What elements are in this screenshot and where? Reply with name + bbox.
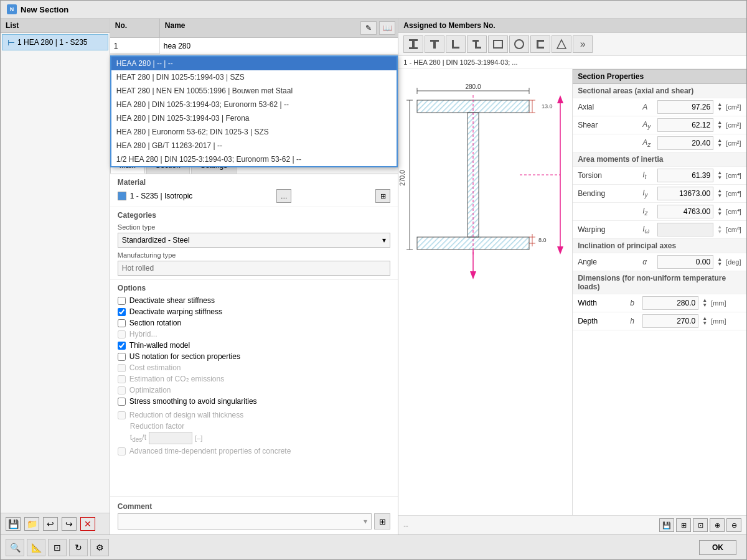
no-input[interactable] <box>110 38 159 54</box>
stress-smooth-checkbox[interactable] <box>118 398 126 406</box>
axial-value[interactable] <box>657 100 713 114</box>
prop-axial: Axial A ▲ ▼ [cm²] <box>573 98 746 116</box>
properties-panel: Section Properties Sectional areas (axia… <box>573 69 746 515</box>
torsion-down[interactable]: ▼ <box>717 175 722 180</box>
rf-save-button[interactable]: 💾 <box>659 518 674 532</box>
shear-y-value[interactable] <box>657 118 713 132</box>
rotate-button[interactable]: ↻ <box>69 539 88 556</box>
rf-view-button[interactable]: ⊡ <box>693 518 708 532</box>
axial-symbol: A <box>642 103 655 111</box>
warping-value[interactable] <box>657 223 713 236</box>
deact-shear-checkbox[interactable] <box>118 297 126 305</box>
list-item[interactable]: ⊢ 1 HEA 280 | 1 - S235 <box>2 34 108 50</box>
window-title: New Section <box>21 5 68 14</box>
deact-warp-checkbox[interactable] <box>118 308 126 316</box>
material-props-button[interactable]: ⊞ <box>375 189 390 203</box>
hybrid-checkbox[interactable] <box>118 330 126 338</box>
advanced-checkbox[interactable] <box>118 447 126 455</box>
angle-down[interactable]: ▼ <box>717 262 722 267</box>
open-button[interactable]: 📁 <box>24 517 39 531</box>
bending-z-value[interactable] <box>657 205 713 218</box>
view-bottom-button[interactable]: ⊡ <box>48 539 67 556</box>
undo-button[interactable]: ↩ <box>43 517 58 531</box>
comment-input[interactable]: ▾ <box>118 513 372 530</box>
custom-shape-button[interactable] <box>552 35 571 53</box>
shape-toolbar: » <box>398 33 746 56</box>
angle-value[interactable] <box>657 255 713 269</box>
library-button[interactable]: 📖 <box>379 21 395 35</box>
warping-down[interactable]: ▼ <box>717 230 722 235</box>
save-button[interactable]: 💾 <box>6 517 21 531</box>
l-shape-button[interactable] <box>446 35 466 53</box>
rf-zoom-in-button[interactable]: ⊕ <box>710 518 725 532</box>
c-shape-button[interactable] <box>530 35 550 53</box>
circle-shape-button[interactable] <box>509 35 529 53</box>
bending-z-down[interactable]: ▼ <box>717 212 722 217</box>
z-shape-button[interactable] <box>467 35 487 53</box>
delete-button[interactable]: ✕ <box>80 517 95 531</box>
angle-unit: [deg] <box>726 258 741 266</box>
axial-down-arrow[interactable]: ▼ <box>717 107 722 112</box>
redo-button[interactable]: ↪ <box>62 517 77 531</box>
checkbox-sect-rot: Section rotation <box>118 319 390 327</box>
material-color-swatch <box>118 192 126 200</box>
dropdown-item-3[interactable]: HEA 280 | DIN 1025-3:1994-03; Euronorm 5… <box>111 98 397 111</box>
manufacturing-type-value: Hot rolled <box>118 261 390 276</box>
shear-y-down[interactable]: ▼ <box>717 125 722 130</box>
t-shape-button[interactable] <box>425 35 444 53</box>
dropdown-item-6[interactable]: HEA 280 | GB/T 11263-2017 | -- <box>111 139 397 152</box>
optimization-checkbox[interactable] <box>118 386 126 394</box>
settings-bottom-button[interactable]: ⚙ <box>90 539 109 556</box>
width-value[interactable] <box>642 296 698 310</box>
categories-label: Categories <box>118 211 390 220</box>
width-down[interactable]: ▼ <box>702 303 707 308</box>
sect-rot-checkbox[interactable] <box>118 319 126 327</box>
us-notation-checkbox[interactable] <box>118 353 126 361</box>
dropdown-item-7[interactable]: 1/2 HEA 280 | DIN 1025-3:1994-03; Eurono… <box>111 152 397 166</box>
dropdown-item-1[interactable]: HEAT 280 | DIN 1025-5:1994-03 | SZS <box>111 70 397 84</box>
thin-wall-checkbox[interactable] <box>118 342 126 350</box>
window-icon: N <box>7 4 17 14</box>
section-type-label: Section type <box>118 223 390 231</box>
bending-y-value[interactable] <box>657 187 713 200</box>
search-bottom-button[interactable]: 🔍 <box>6 539 24 556</box>
material-edit-button[interactable]: … <box>276 189 291 203</box>
edit-section-button[interactable]: ✎ <box>360 21 377 35</box>
shear-z-arrows: ▲ ▼ <box>717 138 722 148</box>
t-des-input[interactable] <box>149 432 192 444</box>
svg-rect-0 <box>409 39 418 41</box>
manufacturing-type-label: Manufacturing type <box>118 251 390 259</box>
name-input[interactable] <box>160 38 398 54</box>
ok-button[interactable]: OK <box>699 540 736 555</box>
torsion-value[interactable] <box>657 169 713 182</box>
inclination-header: Inclination of principal axes <box>573 239 746 253</box>
arrow-shape-button[interactable]: » <box>573 35 593 53</box>
depth-down[interactable]: ▼ <box>702 321 707 326</box>
dropdown-item-4[interactable]: HEA 280 | DIN 1025-3:1994-03 | Ferona <box>111 111 397 125</box>
rf-copy-button[interactable]: ⊞ <box>676 518 691 532</box>
bending-y-down[interactable]: ▼ <box>717 194 722 198</box>
cost-est-checkbox[interactable] <box>118 364 126 372</box>
depth-value[interactable] <box>642 314 698 328</box>
section-type-select[interactable]: Standardized - Steel ▾ <box>118 233 390 248</box>
shear-z-down[interactable]: ▼ <box>717 143 722 148</box>
dropdown-item-5[interactable]: HEA 280 | Euronorm 53-62; DIN 1025-3 | S… <box>111 125 397 139</box>
dimensions-header: Dimensions (for non-uniform temperature … <box>573 271 746 294</box>
dropdown-item-2[interactable]: HEAT 280 | NEN EN 10055:1996 | Bouwen me… <box>111 84 397 98</box>
torsion-unit: [cm⁴] <box>726 172 741 180</box>
rect-shape-button[interactable] <box>488 35 508 53</box>
i-shape-button[interactable] <box>403 35 423 53</box>
checkbox-thin-wall: Thin-walled model <box>118 341 390 350</box>
shear-y-label: Shear <box>578 121 640 129</box>
comment-copy-button[interactable]: ⊞ <box>374 513 390 530</box>
shear-z-value[interactable] <box>657 136 713 150</box>
dropdown-item-0[interactable]: HEAA 280 | -- | -- <box>111 57 397 70</box>
measure-button[interactable]: 📐 <box>27 539 45 556</box>
shear-y-unit: [cm²] <box>726 121 741 129</box>
depth-unit: [mm] <box>711 317 726 325</box>
section-type-chevron: ▾ <box>382 236 386 245</box>
co2-est-checkbox[interactable] <box>118 375 126 383</box>
rf-zoom-out-button[interactable]: ⊖ <box>726 518 741 532</box>
reduction-checkbox[interactable] <box>118 411 126 419</box>
shear-y-symbol: Ay <box>642 120 655 130</box>
